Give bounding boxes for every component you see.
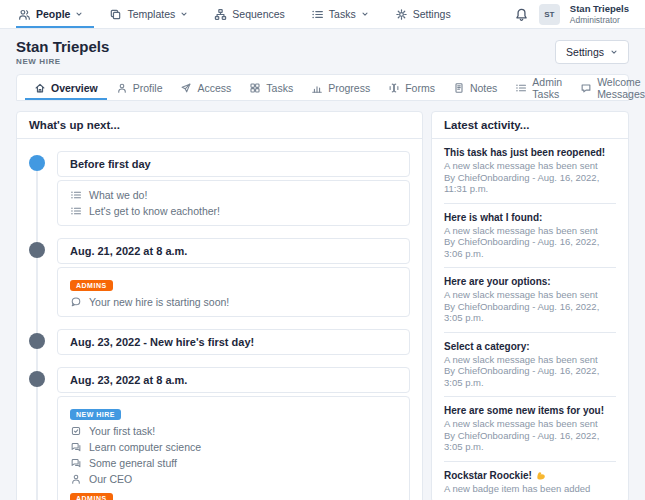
copy-icon — [109, 8, 122, 21]
timeline-dot-gray — [29, 371, 45, 387]
activity-list: This task has just been reopened! A new … — [432, 139, 628, 500]
admins-badge: ADMINS — [70, 280, 113, 292]
activity-byline: By ChiefOnboarding - Aug. 16, 2022, 11:3… — [444, 172, 616, 195]
whats-up-next-card: What's up next... Before first day Wha — [16, 111, 423, 500]
list-icon — [70, 205, 82, 217]
user-menu[interactable]: Stan Triepels Administrator — [570, 3, 629, 25]
activity-message: A new slack message has been sent — [444, 225, 616, 237]
timeline-item-label: Learn computer science — [89, 439, 201, 455]
tab-profile[interactable]: Profile — [107, 75, 172, 100]
hierarchy-icon — [214, 8, 227, 21]
timeline-item-label: What we do! — [89, 187, 147, 203]
timeline-entry: Aug. 23, 2022 - New hire's first day! — [29, 329, 410, 355]
timeline-item: Let's get to know eachother! — [70, 203, 397, 219]
nav-menu: People Templates Sequences Tasks — [16, 0, 462, 28]
tab-label: Overview — [51, 82, 98, 94]
timeline-dot-gray — [29, 333, 45, 349]
tab-label: Notes — [470, 82, 497, 94]
settings-button-label: Settings — [566, 46, 604, 58]
tab-admin-tasks[interactable]: Admin Tasks — [506, 75, 571, 100]
user-icon — [70, 473, 82, 485]
users-icon — [18, 8, 31, 21]
nav-item-sequences[interactable]: Sequences — [203, 0, 296, 28]
nav-item-settings[interactable]: Settings — [384, 0, 462, 28]
timeline-entry-title: Aug. 21, 2022 at 8 a.m. — [57, 238, 410, 264]
new-hire-badge: NEW HIRE — [70, 409, 121, 421]
top-navigation: People Templates Sequences Tasks — [0, 0, 645, 29]
nav-label: Settings — [413, 8, 451, 20]
activity-item: This task has just been reopened! A new … — [444, 139, 616, 204]
tab-label: Forms — [405, 82, 435, 94]
timeline-item: Our CEO — [70, 471, 397, 487]
content-columns: What's up next... Before first day Wha — [16, 111, 629, 500]
nav-label: People — [36, 8, 70, 20]
timeline-entry-body: What we do! Let's get to know eachother! — [57, 180, 410, 226]
timeline-dot-blue — [29, 155, 45, 171]
tab-label: Profile — [133, 82, 163, 94]
admins-badge: ADMINS — [70, 493, 113, 500]
latest-activity-title: Latest activity... — [432, 112, 628, 139]
timeline-item: Your new hire is starting soon! — [70, 294, 397, 310]
settings-button[interactable]: Settings — [555, 40, 629, 64]
activity-item: Here are some new items for you! A new s… — [444, 397, 616, 462]
timeline-entry-body: NEW HIRE Your first task! — [57, 396, 410, 500]
activity-item: Here are your options: A new slack messa… — [444, 268, 616, 333]
page-subtitle: NEW HIRE — [16, 57, 109, 66]
activity-title: Here are your options: — [444, 276, 616, 287]
tab-label: Welcome Messages — [597, 76, 645, 100]
timeline-entry-body: ADMINS Your new hire is starting soon! — [57, 267, 410, 317]
timeline-item: Your first task! — [70, 423, 397, 439]
forms-icon — [388, 82, 400, 94]
note-icon — [453, 82, 465, 94]
list-icon — [70, 189, 82, 201]
tab-overview[interactable]: Overview — [25, 75, 107, 100]
activity-title: Here are some new items for you! — [444, 405, 616, 416]
tab-forms[interactable]: Forms — [379, 75, 444, 100]
nav-item-templates[interactable]: Templates — [98, 0, 199, 28]
chevron-down-icon — [75, 10, 83, 18]
list-check-icon — [515, 82, 527, 94]
whats-up-next-title: What's up next... — [17, 112, 422, 139]
nav-right: ST Stan Triepels Administrator — [514, 0, 629, 28]
timeline-entry-title: Before first day — [57, 151, 410, 177]
activity-item: Rockstar Roockie! A new badge item has b… — [444, 462, 616, 500]
user-icon — [116, 82, 128, 94]
tab-notes[interactable]: Notes — [444, 75, 506, 100]
tab-label: Progress — [328, 82, 370, 94]
timeline-entry: Aug. 23, 2022 at 8 a.m. NEW HIRE Your fi… — [29, 367, 410, 500]
tab-tasks[interactable]: Tasks — [240, 75, 302, 100]
tab-progress[interactable]: Progress — [302, 75, 379, 100]
tab-label: Admin Tasks — [532, 76, 562, 100]
user-name: Stan Triepels — [570, 3, 629, 14]
nav-item-people[interactable]: People — [16, 0, 94, 28]
timeline-entry: Before first day What we do! — [29, 151, 410, 226]
activity-title: Select a category: — [444, 341, 616, 352]
tab-welcome-messages[interactable]: Welcome Messages — [571, 75, 645, 100]
page-header: Stan Triepels NEW HIRE Settings — [0, 29, 645, 74]
timeline-entry: Aug. 21, 2022 at 8 a.m. ADMINS Your new … — [29, 238, 410, 317]
activity-byline: By ChiefOnboarding - Aug. 16, 2022, 3:05… — [444, 430, 616, 453]
nav-item-tasks[interactable]: Tasks — [300, 0, 380, 28]
tab-label: Tasks — [266, 82, 293, 94]
bicep-emoji-icon — [535, 470, 546, 481]
timeline-item: What we do! — [70, 187, 397, 203]
chevron-down-icon — [361, 10, 369, 18]
activity-title-text: Rockstar Roockie! — [444, 470, 532, 481]
timeline-item: Learn computer science — [70, 439, 397, 455]
bell-icon[interactable] — [514, 7, 529, 22]
activity-message: A new slack message has been sent — [444, 354, 616, 366]
avatar[interactable]: ST — [539, 4, 560, 25]
chevron-down-icon — [610, 48, 618, 56]
activity-message: A new badge item has been added — [444, 483, 616, 495]
tab-bar: Overview Profile Access Tasks Progress F… — [16, 74, 629, 101]
grid-icon — [249, 82, 261, 94]
home-icon — [34, 82, 46, 94]
timeline-dot-gray — [29, 242, 45, 258]
activity-byline: By ChiefOnboarding - Aug. 16, 2022, 3:06… — [444, 236, 616, 259]
activity-byline: By ChiefOnboarding - Aug. 16, 2022, 3:05… — [444, 365, 616, 388]
timeline-item: Some general stuff — [70, 455, 397, 471]
messages-icon — [70, 457, 82, 469]
timeline-entry-title: Aug. 23, 2022 - New hire's first day! — [57, 329, 410, 355]
nav-label: Templates — [127, 8, 175, 20]
tab-access[interactable]: Access — [171, 75, 240, 100]
